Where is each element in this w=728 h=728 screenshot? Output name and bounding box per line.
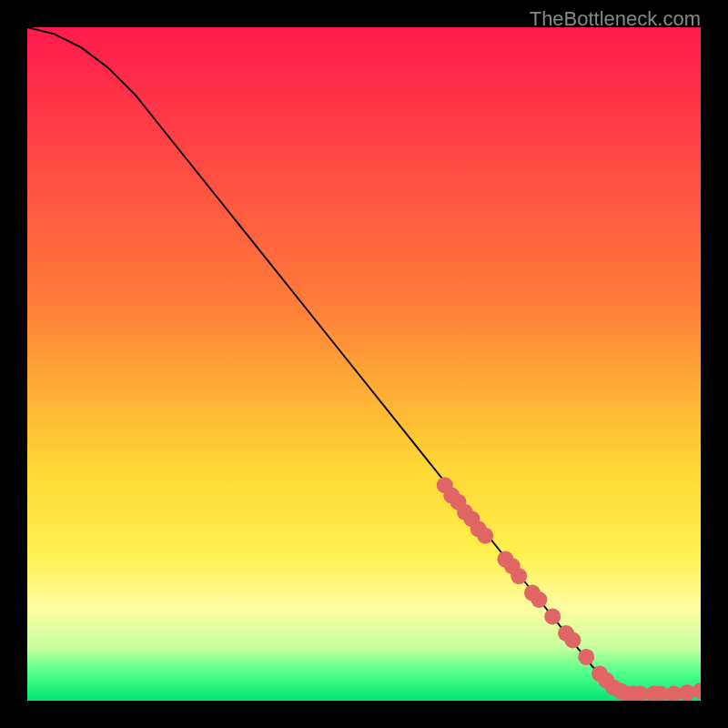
data-marker [578, 649, 594, 665]
data-marker [531, 592, 547, 608]
chart-container [27, 27, 701, 701]
chart-svg [27, 27, 701, 701]
data-marker [564, 632, 581, 648]
data-marker [544, 609, 561, 625]
data-marker [477, 528, 493, 544]
chart-background [27, 27, 701, 701]
watermark-text: TheBottleneck.com [530, 7, 701, 31]
data-marker [511, 568, 527, 584]
